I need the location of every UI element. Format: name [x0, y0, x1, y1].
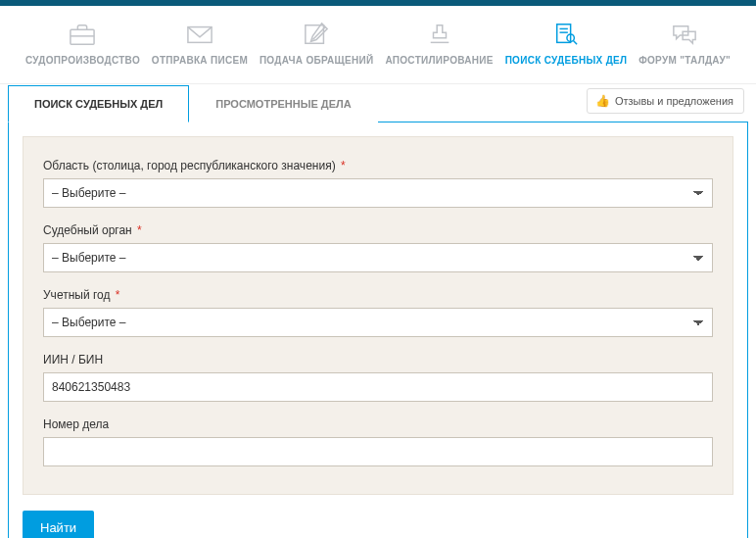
- nav-label: ОТПРАВКА ПИСЕМ: [152, 55, 248, 66]
- search-form: Область (столица, город республиканского…: [23, 136, 733, 495]
- compose-icon: [302, 20, 331, 49]
- court-select[interactable]: – Выберите –: [43, 243, 713, 272]
- caseno-input[interactable]: [43, 437, 713, 466]
- nav-item-proceedings[interactable]: СУДОПРОИЗВОДСТВО: [25, 20, 140, 66]
- year-select[interactable]: – Выберите –: [43, 308, 713, 337]
- svg-line-9: [573, 41, 577, 45]
- caseno-label: Номер дела: [43, 417, 713, 431]
- chat-icon: [670, 20, 699, 49]
- search-panel: Область (столица, город республиканского…: [8, 122, 748, 538]
- year-label: Учетный год *: [43, 288, 713, 302]
- iin-label: ИИН / БИН: [43, 353, 713, 367]
- nav-label: ФОРУМ "ТАЛДАУ": [638, 55, 731, 66]
- iin-input[interactable]: [43, 372, 713, 402]
- svg-rect-5: [557, 24, 571, 43]
- stamp-icon: [425, 20, 454, 49]
- nav-item-forum[interactable]: ФОРУМ "ТАЛДАУ": [638, 20, 731, 66]
- nav-item-apostille[interactable]: АПОСТИЛИРОВАНИЕ: [385, 20, 493, 66]
- nav-label: ПОИСК СУДЕБНЫХ ДЕЛ: [505, 55, 628, 66]
- nav-label: СУДОПРОИЗВОДСТВО: [25, 55, 140, 66]
- tab-viewed-cases[interactable]: ПРОСМОТРЕННЫЕ ДЕЛА: [189, 85, 377, 122]
- search-button[interactable]: Найти: [23, 511, 94, 538]
- envelope-icon: [185, 20, 214, 49]
- nav-label: АПОСТИЛИРОВАНИЕ: [385, 55, 493, 66]
- court-label: Судебный орган *: [43, 223, 713, 237]
- required-mark: *: [137, 223, 142, 237]
- svg-rect-0: [71, 29, 94, 44]
- main-nav: СУДОПРОИЗВОДСТВО ОТПРАВКА ПИСЕМ ПОДАЧА О…: [0, 6, 756, 84]
- nav-item-mail[interactable]: ОТПРАВКА ПИСЕМ: [152, 20, 248, 66]
- nav-label: ПОДАЧА ОБРАЩЕНИЙ: [260, 55, 374, 66]
- region-label: Область (столица, город республиканского…: [43, 159, 713, 172]
- required-mark: *: [341, 159, 346, 172]
- content-area: 👍 Отзывы и предложения ПОИСК СУДЕБНЫХ ДЕ…: [0, 84, 756, 538]
- required-mark: *: [116, 288, 120, 302]
- tab-search-cases[interactable]: ПОИСК СУДЕБНЫХ ДЕЛ: [8, 85, 189, 122]
- region-select[interactable]: – Выберите –: [43, 178, 713, 208]
- nav-item-search-cases[interactable]: ПОИСК СУДЕБНЫХ ДЕЛ: [505, 20, 628, 66]
- tabs: ПОИСК СУДЕБНЫХ ДЕЛ ПРОСМОТРЕННЫЕ ДЕЛА: [8, 85, 748, 122]
- nav-item-appeals[interactable]: ПОДАЧА ОБРАЩЕНИЙ: [260, 20, 374, 66]
- briefcase-icon: [68, 20, 97, 49]
- document-search-icon: [551, 20, 581, 49]
